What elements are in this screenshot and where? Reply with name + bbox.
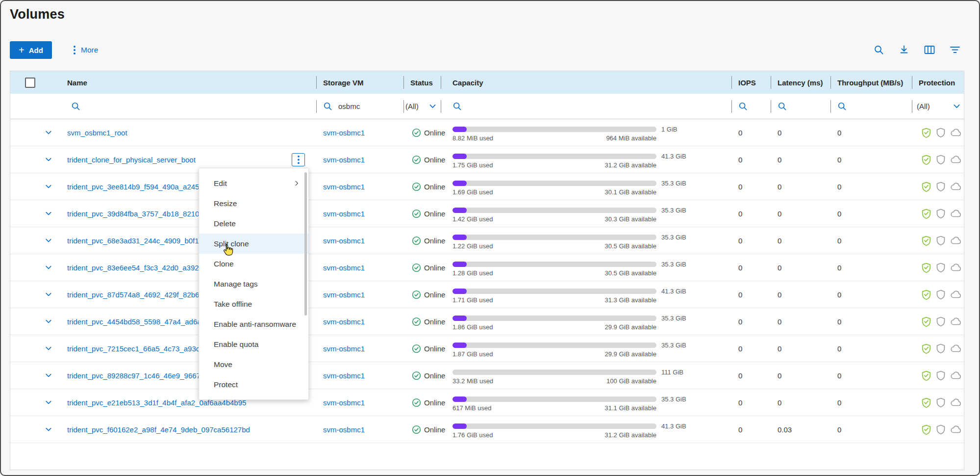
volume-name-link[interactable]: trident_pvc_68e3ad31_244c_4909_b0f1 — [67, 237, 199, 245]
capacity-filter-input[interactable] — [452, 102, 731, 111]
more-button[interactable]: More — [73, 41, 98, 59]
table-row: trident_pvc_3ee814b9_f594_490a_a245_ svm… — [10, 173, 964, 200]
volume-name-link[interactable]: trident_pvc_83e6ee54_f3c3_42d0_a392_ — [67, 264, 203, 272]
cloud-icon — [950, 262, 962, 273]
column-header-protection[interactable]: Protection — [912, 71, 965, 94]
row-expand-chevron-icon[interactable] — [45, 210, 52, 217]
table-row: trident_pvc_83e6ee54_f3c3_42d0_a392_ svm… — [10, 254, 964, 281]
cloud-icon — [950, 235, 962, 246]
menu-item-label: Split clone — [214, 239, 249, 248]
storage-vm-link[interactable]: svm-osbmc1 — [323, 183, 365, 191]
row-expand-chevron-icon[interactable] — [45, 156, 52, 163]
storage-vm-link[interactable]: svm-osbmc1 — [323, 317, 365, 326]
shield-check-icon — [921, 397, 932, 408]
menu-item[interactable]: Protect — [199, 374, 308, 395]
column-header-capacity[interactable]: Capacity — [441, 71, 731, 94]
row-expand-chevron-icon[interactable] — [45, 237, 52, 244]
menu-item[interactable]: Clone — [199, 254, 308, 274]
capacity-bar — [452, 397, 656, 402]
menu-item[interactable]: Resize — [199, 193, 308, 213]
table-row: trident_pvc_7215cec1_66a5_4c73_a93c_ svm… — [10, 335, 964, 362]
row-expand-chevron-icon[interactable] — [45, 129, 52, 136]
row-expand-chevron-icon[interactable] — [45, 371, 52, 379]
throughput-value: 0 — [830, 389, 912, 416]
row-expand-chevron-icon[interactable] — [45, 317, 52, 325]
latency-value: 0 — [771, 227, 830, 254]
storage-vm-link[interactable]: svm-osbmc1 — [323, 398, 365, 407]
throughput-value: 0 — [830, 146, 912, 173]
menu-item[interactable]: Enable anti-ransomware — [199, 314, 308, 334]
menu-item[interactable]: Manage tags — [199, 274, 308, 294]
shield-check-icon — [921, 208, 932, 219]
storage-vm-link[interactable]: svm-osbmc1 — [323, 129, 365, 137]
menu-item[interactable]: Edit — [199, 173, 308, 193]
volume-name-link[interactable]: trident_pvc_f60162e2_a98f_4e74_9deb_097c… — [67, 425, 250, 434]
throughput-filter-input[interactable] — [837, 102, 912, 111]
shield-icon — [935, 127, 946, 138]
row-expand-chevron-icon[interactable] — [45, 398, 52, 406]
iops-filter-input[interactable] — [738, 102, 771, 111]
row-expand-chevron-icon[interactable] — [45, 291, 52, 298]
storage-vm-link[interactable]: svm-osbmc1 — [323, 371, 365, 380]
row-expand-chevron-icon[interactable] — [45, 264, 52, 271]
menu-item-label: Enable anti-ransomware — [214, 320, 296, 329]
volume-name-link[interactable]: trident_pvc_7215cec1_66a5_4c73_a93c_ — [67, 344, 204, 353]
volume-name-link[interactable]: svm_osbmc1_root — [67, 129, 127, 137]
column-header-name[interactable]: Name — [67, 71, 316, 94]
column-header-status[interactable]: Status — [403, 71, 441, 94]
menu-item[interactable]: Split clone — [199, 234, 308, 254]
volume-name-link[interactable]: trident_pvc_39d84fba_3757_4b18_8210 — [67, 210, 199, 218]
volume-name-link[interactable]: trident_pvc_4454bd58_5598_47a4_ad6a — [67, 317, 201, 326]
latency-filter-input[interactable] — [778, 102, 830, 111]
volume-name-link[interactable]: trident_pvc_3ee814b9_f594_490a_a245_ — [67, 183, 203, 191]
row-expand-chevron-icon[interactable] — [45, 183, 52, 190]
name-filter-input[interactable] — [71, 102, 316, 111]
column-header-iops[interactable]: IOPS — [731, 71, 771, 94]
row-expand-chevron-icon[interactable] — [45, 344, 52, 352]
menu-item[interactable]: Enable quota — [199, 334, 308, 354]
storage-vm-filter-input[interactable]: osbmc — [323, 102, 403, 111]
storage-vm-link[interactable]: svm-osbmc1 — [323, 344, 365, 353]
row-actions-button[interactable] — [292, 153, 305, 166]
online-status-icon — [412, 236, 421, 245]
column-header-storage-vm[interactable]: Storage VM — [316, 71, 403, 94]
select-all-checkbox[interactable] — [25, 78, 35, 88]
storage-vm-link[interactable]: svm-osbmc1 — [323, 210, 365, 218]
filter-button[interactable] — [950, 44, 960, 55]
shield-check-icon — [921, 181, 932, 192]
storage-vm-link[interactable]: svm-osbmc1 — [323, 237, 365, 245]
search-button[interactable] — [873, 44, 884, 55]
filter-icon — [950, 45, 960, 55]
menu-item[interactable]: Take offline — [199, 294, 308, 314]
capacity-total: 35.3 GiB — [661, 180, 686, 187]
storage-vm-link[interactable]: svm-osbmc1 — [323, 425, 365, 434]
capacity-used: 1.69 GiB used — [452, 188, 493, 196]
columns-button[interactable] — [924, 44, 935, 55]
menu-item[interactable]: Move — [199, 354, 308, 374]
protection-filter-dropdown[interactable]: (All) — [917, 102, 965, 110]
storage-vm-link[interactable]: svm-osbmc1 — [323, 264, 365, 272]
volume-name-link[interactable]: trident_pvc_89288c97_1c46_46e9_9667 — [67, 371, 201, 380]
volume-name-link[interactable]: trident_clone_for_physical_server_boot — [67, 156, 196, 164]
menu-scrollbar[interactable] — [304, 172, 307, 316]
storage-vm-link[interactable]: svm-osbmc1 — [323, 156, 365, 164]
latency-value: 0 — [771, 362, 830, 389]
capacity-bar — [452, 316, 656, 321]
volume-name-link[interactable]: trident_pvc_87d574a8_4692_429f_82b6 — [67, 291, 199, 299]
row-expand-chevron-icon[interactable] — [45, 425, 52, 433]
table-row: svm_osbmc1_root svm-osbmc1 Online — [10, 119, 964, 146]
menu-item[interactable]: Delete — [199, 213, 308, 234]
shield-icon — [935, 424, 946, 435]
status-filter-dropdown[interactable]: (All) — [405, 102, 441, 110]
cloud-icon — [950, 343, 962, 354]
column-header-throughput[interactable]: Throughput (MB/s) — [830, 71, 912, 94]
capacity-available: 31.3 GiB available — [604, 296, 656, 304]
add-button[interactable]: + Add — [10, 41, 52, 59]
cloud-icon — [950, 397, 962, 408]
capacity-available: 30.1 GiB available — [604, 188, 656, 196]
capacity-bar-fill — [452, 235, 467, 240]
shield-check-icon — [921, 154, 932, 165]
storage-vm-link[interactable]: svm-osbmc1 — [323, 291, 365, 299]
download-button[interactable] — [899, 44, 909, 55]
column-header-latency[interactable]: Latency (ms) — [771, 71, 830, 94]
